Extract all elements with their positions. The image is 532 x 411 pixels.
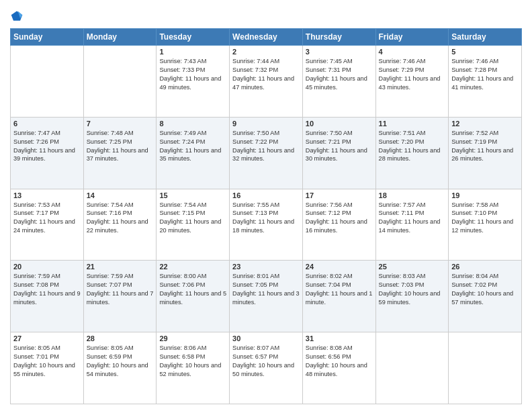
calendar-cell: 28Sunrise: 8:05 AM Sunset: 6:59 PM Dayli… xyxy=(83,332,157,404)
day-number: 20 xyxy=(13,263,81,271)
day-info: Sunrise: 8:04 AM Sunset: 7:02 PM Dayligh… xyxy=(451,272,519,307)
day-number: 31 xyxy=(306,334,373,342)
calendar-cell xyxy=(375,332,449,404)
day-info: Sunrise: 7:49 AM Sunset: 7:24 PM Dayligh… xyxy=(159,129,226,164)
day-info: Sunrise: 7:55 AM Sunset: 7:13 PM Dayligh… xyxy=(232,201,300,236)
day-info: Sunrise: 7:45 AM Sunset: 7:31 PM Dayligh… xyxy=(306,57,373,92)
day-number: 3 xyxy=(306,48,373,56)
calendar-cell: 5Sunrise: 7:46 AM Sunset: 7:28 PM Daylig… xyxy=(449,46,522,118)
weekday-tuesday: Tuesday xyxy=(157,29,230,46)
calendar-cell: 10Sunrise: 7:50 AM Sunset: 7:21 PM Dayli… xyxy=(302,117,375,189)
calendar-cell: 8Sunrise: 7:49 AM Sunset: 7:24 PM Daylig… xyxy=(157,117,230,189)
day-number: 9 xyxy=(232,120,300,128)
calendar-cell: 21Sunrise: 7:59 AM Sunset: 7:07 PM Dayli… xyxy=(83,261,157,332)
day-info: Sunrise: 8:00 AM Sunset: 7:06 PM Dayligh… xyxy=(159,272,226,307)
day-info: Sunrise: 7:54 AM Sunset: 7:16 PM Dayligh… xyxy=(87,201,154,236)
calendar-cell xyxy=(83,46,157,118)
day-number: 25 xyxy=(379,263,446,271)
day-number: 28 xyxy=(87,334,154,342)
weekday-sunday: Sunday xyxy=(11,29,84,46)
day-info: Sunrise: 7:53 AM Sunset: 7:17 PM Dayligh… xyxy=(13,201,81,236)
weekday-friday: Friday xyxy=(375,29,449,46)
calendar-cell: 15Sunrise: 7:54 AM Sunset: 7:15 PM Dayli… xyxy=(157,189,230,261)
day-info: Sunrise: 8:08 AM Sunset: 6:56 PM Dayligh… xyxy=(306,344,373,379)
day-number: 27 xyxy=(13,334,81,342)
day-number: 19 xyxy=(451,191,519,199)
day-info: Sunrise: 7:52 AM Sunset: 7:19 PM Dayligh… xyxy=(451,129,519,164)
day-number: 12 xyxy=(451,120,519,128)
day-info: Sunrise: 7:59 AM Sunset: 7:07 PM Dayligh… xyxy=(87,272,154,307)
calendar-cell: 29Sunrise: 8:06 AM Sunset: 6:58 PM Dayli… xyxy=(157,332,230,404)
calendar-cell: 18Sunrise: 7:57 AM Sunset: 7:11 PM Dayli… xyxy=(375,189,449,261)
day-info: Sunrise: 7:48 AM Sunset: 7:25 PM Dayligh… xyxy=(87,129,154,164)
day-number: 15 xyxy=(159,191,226,199)
calendar-cell: 24Sunrise: 8:02 AM Sunset: 7:04 PM Dayli… xyxy=(302,261,375,332)
day-info: Sunrise: 7:46 AM Sunset: 7:29 PM Dayligh… xyxy=(379,57,446,92)
calendar-cell: 16Sunrise: 7:55 AM Sunset: 7:13 PM Dayli… xyxy=(230,189,303,261)
calendar-cell: 27Sunrise: 8:05 AM Sunset: 7:01 PM Dayli… xyxy=(11,332,84,404)
day-number: 8 xyxy=(159,120,226,128)
day-number: 26 xyxy=(451,263,519,271)
weekday-thursday: Thursday xyxy=(302,29,375,46)
day-number: 16 xyxy=(232,191,300,199)
day-info: Sunrise: 8:06 AM Sunset: 6:58 PM Dayligh… xyxy=(159,344,226,379)
day-number: 5 xyxy=(451,48,519,56)
day-info: Sunrise: 7:50 AM Sunset: 7:22 PM Dayligh… xyxy=(232,129,300,164)
day-info: Sunrise: 8:01 AM Sunset: 7:05 PM Dayligh… xyxy=(232,272,300,307)
day-number: 1 xyxy=(159,48,226,56)
day-number: 10 xyxy=(306,120,373,128)
calendar-cell: 13Sunrise: 7:53 AM Sunset: 7:17 PM Dayli… xyxy=(11,189,84,261)
day-info: Sunrise: 7:47 AM Sunset: 7:26 PM Dayligh… xyxy=(13,129,81,164)
day-info: Sunrise: 8:07 AM Sunset: 6:57 PM Dayligh… xyxy=(232,344,300,379)
day-info: Sunrise: 8:03 AM Sunset: 7:03 PM Dayligh… xyxy=(379,272,446,307)
day-number: 7 xyxy=(87,120,154,128)
calendar-cell: 19Sunrise: 7:58 AM Sunset: 7:10 PM Dayli… xyxy=(449,189,522,261)
day-info: Sunrise: 7:51 AM Sunset: 7:20 PM Dayligh… xyxy=(379,129,446,164)
calendar-header: SundayMondayTuesdayWednesdayThursdayFrid… xyxy=(11,29,522,46)
calendar-cell: 25Sunrise: 8:03 AM Sunset: 7:03 PM Dayli… xyxy=(375,261,449,332)
week-row-3: 13Sunrise: 7:53 AM Sunset: 7:17 PM Dayli… xyxy=(11,189,522,261)
calendar-cell: 20Sunrise: 7:59 AM Sunset: 7:08 PM Dayli… xyxy=(11,261,84,332)
day-number: 18 xyxy=(379,191,446,199)
calendar-cell: 9Sunrise: 7:50 AM Sunset: 7:22 PM Daylig… xyxy=(230,117,303,189)
header xyxy=(10,7,522,23)
week-row-2: 6Sunrise: 7:47 AM Sunset: 7:26 PM Daylig… xyxy=(11,117,522,189)
day-number: 4 xyxy=(379,48,446,56)
day-info: Sunrise: 7:58 AM Sunset: 7:10 PM Dayligh… xyxy=(451,201,519,236)
calendar-cell: 3Sunrise: 7:45 AM Sunset: 7:31 PM Daylig… xyxy=(302,46,375,118)
day-number: 22 xyxy=(159,263,226,271)
logo-icon xyxy=(10,9,24,23)
calendar-cell: 7Sunrise: 7:48 AM Sunset: 7:25 PM Daylig… xyxy=(83,117,157,189)
day-number: 14 xyxy=(87,191,154,199)
calendar-cell: 17Sunrise: 7:56 AM Sunset: 7:12 PM Dayli… xyxy=(302,189,375,261)
week-row-5: 27Sunrise: 8:05 AM Sunset: 7:01 PM Dayli… xyxy=(11,332,522,404)
weekday-saturday: Saturday xyxy=(449,29,522,46)
day-number: 11 xyxy=(379,120,446,128)
day-info: Sunrise: 7:44 AM Sunset: 7:32 PM Dayligh… xyxy=(232,57,300,92)
calendar-cell: 22Sunrise: 8:00 AM Sunset: 7:06 PM Dayli… xyxy=(157,261,230,332)
calendar-cell: 12Sunrise: 7:52 AM Sunset: 7:19 PM Dayli… xyxy=(449,117,522,189)
calendar-cell: 11Sunrise: 7:51 AM Sunset: 7:20 PM Dayli… xyxy=(375,117,449,189)
calendar-cell xyxy=(449,332,522,404)
day-number: 13 xyxy=(13,191,81,199)
day-info: Sunrise: 7:56 AM Sunset: 7:12 PM Dayligh… xyxy=(306,201,373,236)
calendar: SundayMondayTuesdayWednesdayThursdayFrid… xyxy=(10,28,522,404)
day-number: 17 xyxy=(306,191,373,199)
calendar-cell: 2Sunrise: 7:44 AM Sunset: 7:32 PM Daylig… xyxy=(230,46,303,118)
weekday-monday: Monday xyxy=(83,29,157,46)
calendar-cell: 31Sunrise: 8:08 AM Sunset: 6:56 PM Dayli… xyxy=(302,332,375,404)
day-info: Sunrise: 8:05 AM Sunset: 6:59 PM Dayligh… xyxy=(87,344,154,379)
day-number: 23 xyxy=(232,263,300,271)
day-info: Sunrise: 8:05 AM Sunset: 7:01 PM Dayligh… xyxy=(13,344,81,379)
calendar-cell xyxy=(11,46,84,118)
calendar-cell: 6Sunrise: 7:47 AM Sunset: 7:26 PM Daylig… xyxy=(11,117,84,189)
day-info: Sunrise: 8:02 AM Sunset: 7:04 PM Dayligh… xyxy=(306,272,373,307)
week-row-1: 1Sunrise: 7:43 AM Sunset: 7:33 PM Daylig… xyxy=(11,46,522,118)
week-row-4: 20Sunrise: 7:59 AM Sunset: 7:08 PM Dayli… xyxy=(11,261,522,332)
page: SundayMondayTuesdayWednesdayThursdayFrid… xyxy=(0,0,532,411)
calendar-cell: 4Sunrise: 7:46 AM Sunset: 7:29 PM Daylig… xyxy=(375,46,449,118)
weekday-header-row: SundayMondayTuesdayWednesdayThursdayFrid… xyxy=(11,29,522,46)
day-info: Sunrise: 7:46 AM Sunset: 7:28 PM Dayligh… xyxy=(451,57,519,92)
calendar-cell: 23Sunrise: 8:01 AM Sunset: 7:05 PM Dayli… xyxy=(230,261,303,332)
calendar-cell: 1Sunrise: 7:43 AM Sunset: 7:33 PM Daylig… xyxy=(157,46,230,118)
